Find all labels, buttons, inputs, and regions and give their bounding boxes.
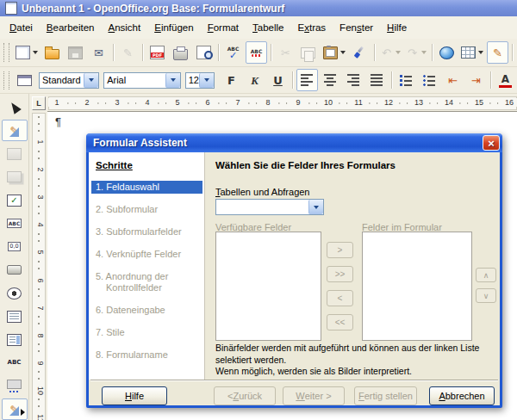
align-center-button[interactable] — [320, 69, 341, 91]
spellcheck-button[interactable]: ABC — [222, 41, 244, 64]
paragraph-style-select[interactable]: Standard — [39, 72, 99, 89]
toolbar-drag-handle[interactable] — [3, 71, 9, 90]
justify-button[interactable] — [366, 69, 388, 91]
print-file-button[interactable] — [170, 41, 191, 64]
chevron-down-icon[interactable] — [396, 51, 401, 54]
toolbar-drag-handle[interactable] — [3, 43, 9, 62]
horizontal-ruler[interactable]: 12345678910111213141516 — [48, 96, 517, 110]
label-field-button[interactable]: ABC — [2, 213, 28, 234]
wizard-step-7[interactable]: 7. Stile — [91, 326, 202, 339]
available-fields-list[interactable] — [215, 232, 321, 341]
wizard-step-2[interactable]: 2. Subformular — [91, 203, 202, 216]
menu-bearbeiten[interactable]: Bearbeiten — [40, 21, 102, 34]
font-size-select[interactable]: 12 — [185, 72, 215, 89]
text-box-button[interactable]: ABC — [2, 352, 28, 374]
bold-button[interactable]: F — [221, 69, 242, 91]
open-document-button[interactable] — [41, 41, 63, 64]
more-controls-button[interactable] — [2, 375, 28, 397]
font-color-button[interactable]: A — [495, 69, 516, 91]
cut-button[interactable]: ✂ — [275, 41, 296, 64]
export-pdf-button[interactable] — [146, 41, 168, 64]
menu-einfgen[interactable]: Einfügen — [147, 21, 200, 34]
push-button-button[interactable] — [2, 259, 28, 281]
bullet-list-button[interactable] — [419, 69, 440, 91]
next-button[interactable]: Weiter > — [283, 386, 345, 405]
vertical-ruler[interactable]: 1234567891011 — [32, 113, 46, 420]
italic-button[interactable]: K — [244, 69, 265, 91]
menu-fenster[interactable]: Fenster — [333, 21, 380, 34]
wizard-step-4[interactable]: 4. Verknüpfte Felder — [91, 248, 202, 261]
move-all-left-button[interactable]: << — [327, 314, 353, 330]
new-document-button[interactable] — [14, 41, 40, 64]
wizard-step-3[interactable]: 3. Subformularfelder — [91, 225, 202, 238]
formatted-field-button[interactable]: 0,0 — [2, 236, 28, 257]
menu-hilfe[interactable]: Hilfe — [380, 21, 414, 34]
fields-in-form-list[interactable] — [362, 232, 472, 341]
tab-stop-selector[interactable]: L — [32, 96, 46, 110]
finish-button[interactable]: Fertig stellen — [354, 386, 417, 405]
styles-button[interactable] — [14, 69, 35, 91]
menu-ansicht[interactable]: Ansicht — [102, 21, 148, 34]
chevron-down-icon[interactable] — [308, 200, 323, 214]
chevron-down-icon[interactable] — [165, 73, 180, 88]
back-button[interactable]: < Zurück — [214, 386, 276, 405]
align-right-button[interactable] — [343, 69, 364, 91]
design-mode-toggle-icon: ✎ — [8, 123, 21, 138]
window-titlebar[interactable]: Unbenannt 1 - OpenOffice.org Base: Formu… — [0, 0, 517, 16]
decrease-indent-button[interactable]: ⇤ — [442, 69, 464, 91]
design-mode-toggle-button[interactable]: ✎ — [2, 120, 28, 141]
form-properties-button[interactable] — [2, 166, 28, 188]
paste-button[interactable] — [321, 41, 347, 64]
move-left-button[interactable]: < — [327, 290, 353, 306]
design-mode-button[interactable]: ✎ — [487, 41, 508, 64]
option-button-button[interactable] — [2, 282, 28, 304]
close-icon[interactable]: × — [483, 135, 500, 151]
h-ruler-mark: 15 — [470, 98, 488, 107]
move-all-right-button[interactable]: >> — [327, 266, 353, 282]
copy-button[interactable] — [298, 41, 320, 64]
underline-button[interactable]: U — [267, 69, 289, 91]
auto-spellcheck-button[interactable]: ABC — [246, 41, 267, 64]
list-box-button[interactable] — [2, 306, 28, 327]
undo-button[interactable]: ↶ — [378, 41, 402, 64]
document-as-email-button[interactable]: ✉ — [88, 41, 109, 64]
redo-button[interactable]: ↷ — [404, 41, 428, 64]
wizard-step-5[interactable]: 5. Anordnung der Kontrollfelder — [91, 270, 202, 294]
format-paintbrush-button[interactable] — [349, 41, 371, 64]
move-down-button[interactable]: ∨ — [476, 288, 496, 303]
chevron-down-icon[interactable] — [199, 73, 214, 88]
combo-box-button[interactable] — [2, 329, 28, 350]
help-button[interactable]: Hilfe — [102, 386, 167, 405]
select-button[interactable] — [2, 96, 28, 118]
wizard-step-6[interactable]: 6. Dateneingabe — [91, 304, 202, 317]
chevron-down-icon[interactable] — [33, 51, 38, 54]
chevron-down-icon[interactable] — [478, 51, 483, 54]
edit-file-button[interactable]: ✎ — [117, 41, 139, 64]
tables-queries-select[interactable] — [215, 199, 324, 215]
page-preview-button[interactable] — [193, 41, 215, 64]
cancel-button[interactable]: Abbrechen — [429, 386, 495, 405]
increase-indent-button[interactable]: ⇥ — [465, 69, 487, 91]
check-box-button[interactable]: ✓ — [2, 189, 28, 211]
control-properties-button[interactable] — [2, 143, 28, 164]
insert-table-button[interactable] — [459, 41, 485, 64]
wizard-step-8[interactable]: 8. Formularname — [91, 349, 202, 361]
toolbar-separator — [512, 44, 513, 61]
menu-format[interactable]: Format — [201, 21, 246, 34]
toolbar-overflow-icon[interactable] — [21, 409, 25, 416]
font-name-select[interactable]: Arial — [103, 72, 181, 89]
numbered-list-button[interactable] — [396, 69, 417, 91]
chevron-down-icon[interactable] — [340, 51, 346, 54]
dialog-titlebar[interactable]: Formular Assistent × — [86, 133, 502, 152]
menu-tabelle[interactable]: Tabelle — [246, 21, 290, 34]
chevron-down-icon[interactable] — [421, 51, 427, 54]
move-up-button[interactable]: ∧ — [476, 268, 496, 282]
wizard-step-1[interactable]: 1. Feldauswahl — [91, 181, 202, 194]
hyperlink-button[interactable] — [436, 41, 458, 64]
chevron-down-icon[interactable] — [84, 73, 98, 88]
save-document-button[interactable] — [65, 41, 86, 64]
menu-extras[interactable]: Extras — [291, 21, 333, 34]
menu-datei[interactable]: Datei — [3, 21, 40, 34]
align-left-button[interactable] — [296, 69, 318, 91]
move-right-button[interactable]: > — [327, 242, 353, 258]
